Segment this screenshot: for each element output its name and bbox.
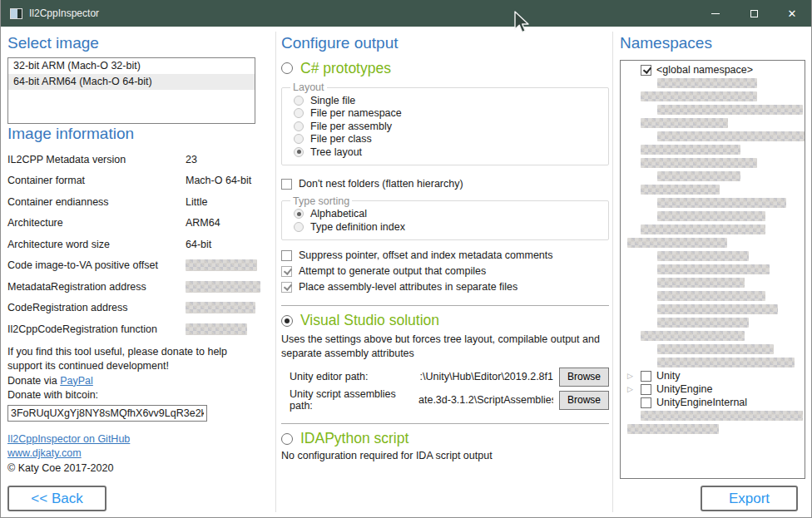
namespace-item-redacted[interactable] xyxy=(621,236,805,249)
idapython-label: IDAPython script xyxy=(300,430,408,447)
info-row: Container formatMach-O 64-bit xyxy=(7,170,255,192)
configure-output-heading: Configure output xyxy=(281,33,609,53)
namespace-item[interactable]: ▷Unity xyxy=(621,369,805,382)
namespace-item-redacted[interactable] xyxy=(621,156,805,170)
namespace-item-redacted[interactable] xyxy=(621,289,805,303)
radio-idapython-script[interactable]: IDAPython script xyxy=(281,429,609,449)
layout-option[interactable]: File per class xyxy=(294,133,600,146)
paypal-link[interactable]: PayPal xyxy=(60,375,93,387)
maximize-button[interactable] xyxy=(735,0,773,27)
redacted-value xyxy=(186,281,260,293)
type-sorting-options: AlphabeticalType definition index xyxy=(290,208,600,234)
namespace-item-redacted[interactable] xyxy=(621,422,805,436)
namespace-item-redacted[interactable] xyxy=(621,409,805,422)
output-option-checkbox[interactable]: Place assembly-level attributes in separ… xyxy=(281,279,609,295)
radio-icon xyxy=(294,108,304,118)
layout-options: Single fileFile per namespaceFile per as… xyxy=(290,94,600,159)
export-button[interactable]: Export xyxy=(701,486,798,511)
layout-option[interactable]: File per assembly xyxy=(294,120,600,133)
radio-visual-studio-solution[interactable]: Visual Studio solution xyxy=(281,311,609,331)
visual-studio-description: Uses the settings above but forces tree … xyxy=(281,333,609,361)
namespace-item-redacted[interactable] xyxy=(621,263,805,276)
radio-label: Tree layout xyxy=(310,146,362,158)
copyright-text: © Katy Coe 2017-2020 xyxy=(7,461,255,476)
info-row: Code image-to-VA positive offset xyxy=(7,255,255,277)
redacted-namespace xyxy=(627,424,719,434)
github-link[interactable]: Il2CppInspector on GitHub xyxy=(7,433,130,445)
namespace-item[interactable]: UnityEngineInternal xyxy=(621,396,805,409)
radio-label: Single file xyxy=(310,95,355,106)
namespace-item-redacted[interactable] xyxy=(621,183,805,196)
namespace-item-redacted[interactable] xyxy=(621,143,805,156)
layout-option[interactable]: Tree layout xyxy=(294,146,600,159)
checkbox-icon xyxy=(281,282,292,293)
namespace-item-redacted[interactable] xyxy=(621,196,805,210)
browse-editor-button[interactable]: Browse xyxy=(559,368,609,387)
image-listbox[interactable]: 32-bit ARM (Mach-O 32-bit)64-bit ARM64 (… xyxy=(7,57,255,124)
redacted-namespace xyxy=(641,331,745,341)
info-row: Il2CppCodeRegistration function xyxy=(7,318,255,340)
info-row: IL2CPP Metadata version23 xyxy=(7,149,255,170)
expander-icon[interactable]: ▷ xyxy=(627,372,635,380)
layout-option[interactable]: Single file xyxy=(294,94,600,107)
radio-csharp-prototypes[interactable]: C# prototypes xyxy=(281,58,609,78)
radio-icon xyxy=(281,62,293,74)
namespace-item[interactable]: ▷UnityEngine xyxy=(621,382,805,396)
redacted-namespace xyxy=(641,411,803,421)
checkbox-flatten-hierarchy[interactable]: Don't nest folders (flatten hierarchy) xyxy=(281,176,609,192)
namespace-checkbox[interactable] xyxy=(641,384,651,395)
expander-icon[interactable]: ▷ xyxy=(627,386,635,393)
donate-paypal-line: Donate via PayPal xyxy=(7,374,255,389)
namespace-item-redacted[interactable] xyxy=(621,130,805,143)
redacted-namespace xyxy=(657,105,803,115)
namespace-label: UnityEngineInternal xyxy=(656,397,747,408)
namespace-checkbox[interactable] xyxy=(641,65,651,76)
info-row: MetadataRegistration address xyxy=(7,276,255,298)
type-sorting-option[interactable]: Alphabetical xyxy=(294,208,600,221)
browse-assemblies-button[interactable]: Browse xyxy=(559,391,609,410)
namespace-item-redacted[interactable] xyxy=(621,343,805,356)
namespace-item-redacted[interactable] xyxy=(621,303,805,316)
redacted-namespace xyxy=(657,251,749,261)
namespace-item-redacted[interactable] xyxy=(621,116,805,130)
image-list-item[interactable]: 32-bit ARM (Mach-O 32-bit) xyxy=(8,58,255,74)
section-divider xyxy=(281,305,609,306)
namespace-item-redacted[interactable] xyxy=(621,223,805,236)
redacted-value xyxy=(186,259,257,271)
info-value: 23 xyxy=(186,154,197,165)
checkbox-label: Suppress pointer, offset and index metad… xyxy=(299,249,553,261)
column-divider-right xyxy=(612,32,613,512)
redacted-value xyxy=(186,302,255,313)
namespace-item-redacted[interactable] xyxy=(621,249,805,263)
image-list-item[interactable]: 64-bit ARM64 (Mach-O 64-bit) xyxy=(8,74,255,90)
redacted-namespace xyxy=(641,118,728,128)
namespace-item-redacted[interactable] xyxy=(621,170,805,183)
namespaces-listbox[interactable]: <global namespace>▷Unity▷UnityEngineUnit… xyxy=(620,60,805,479)
flatten-label: Don't nest folders (flatten hierarchy) xyxy=(299,178,463,190)
section-divider xyxy=(281,423,609,424)
namespace-item-redacted[interactable] xyxy=(621,316,805,329)
titlebar: Il2CppInspector ✕ xyxy=(1,0,811,27)
type-sorting-option[interactable]: Type definition index xyxy=(294,220,600,234)
output-option-checkbox[interactable]: Suppress pointer, offset and index metad… xyxy=(281,248,609,264)
website-link[interactable]: www.djkaty.com xyxy=(7,447,82,459)
namespace-item-redacted[interactable] xyxy=(621,90,805,103)
select-image-heading: Select image xyxy=(7,33,255,53)
namespace-checkbox[interactable] xyxy=(641,397,651,408)
namespace-item-redacted[interactable] xyxy=(621,103,805,116)
minimize-button[interactable] xyxy=(696,0,735,27)
idapython-description: No configuration required for IDA script… xyxy=(281,450,609,461)
namespace-checkbox[interactable] xyxy=(641,371,651,382)
output-option-checkbox[interactable]: Attempt to generate output that compiles xyxy=(281,264,609,279)
namespace-item-redacted[interactable] xyxy=(621,356,805,369)
namespace-item-redacted[interactable] xyxy=(621,76,805,90)
namespace-item-redacted[interactable] xyxy=(621,210,805,223)
namespace-item-redacted[interactable] xyxy=(621,276,805,289)
bitcoin-address-input[interactable] xyxy=(7,405,207,422)
back-button[interactable]: << Back xyxy=(7,486,106,511)
layout-option[interactable]: File per namespace xyxy=(294,107,600,121)
redacted-namespace xyxy=(657,344,774,354)
namespace-item[interactable]: <global namespace> xyxy=(621,63,805,76)
namespace-item-redacted[interactable] xyxy=(621,329,805,343)
close-button[interactable]: ✕ xyxy=(773,0,811,27)
